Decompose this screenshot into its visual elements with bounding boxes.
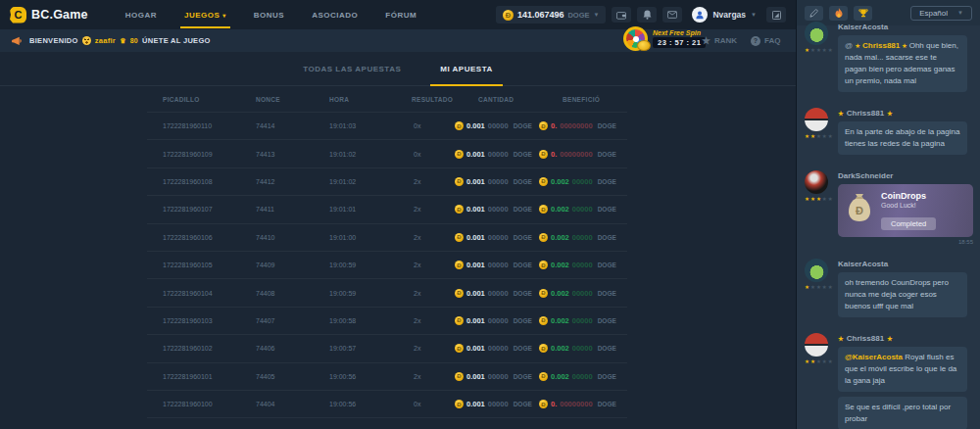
welcome-message[interactable]: BIENVENIDO zaafir ♛ 80 ÚNETE AL JUEGO (29, 36, 211, 45)
bcgame-logo-icon: C (10, 7, 26, 24)
table-row[interactable]: 17222819601067441019:01:002xĐ0.00100000D… (147, 223, 627, 251)
notifications-button[interactable] (637, 7, 657, 23)
bet-amount-value-dim: 00000 (488, 344, 509, 353)
table-row[interactable]: 17222819601077441119:01:012xĐ0.00100000D… (147, 195, 627, 222)
bet-time: 19:01:00 (329, 234, 408, 241)
bet-profit-value-dim: 00000 (572, 316, 593, 325)
chat-username[interactable]: ★Chriss881★ (838, 109, 974, 118)
tab-mi-apuesta[interactable]: MI APUESTA (440, 52, 492, 85)
level-star-icon: ★ (810, 285, 815, 291)
nav-item-juegos[interactable]: JUEGOS▾ (171, 0, 240, 29)
bet-hash: 1722281960101 (163, 373, 256, 380)
avatar[interactable] (805, 108, 828, 131)
chat-username[interactable]: KaiserAcosta (838, 23, 974, 31)
balance-amount: 141.067496 (517, 10, 564, 20)
user-level-stars: ★★★★★ (805, 48, 834, 54)
chat-username-text: Chriss881 (847, 109, 884, 118)
currency-label: DOGE (514, 290, 532, 297)
tab-todas-las-apuestas[interactable]: TODAS LAS APUESTAS (303, 52, 401, 85)
bet-time: 19:00:57 (329, 345, 408, 352)
hot-games-button[interactable] (829, 6, 848, 21)
balance-selector[interactable]: Đ 141.067496 DOGE ▼ (496, 6, 607, 24)
chat-username-text: DarkSchneider (838, 171, 893, 180)
chat-message-body: KaiserAcostaoh tremendo CounDrops pero n… (834, 257, 974, 322)
nav-item-fórum[interactable]: FÓRUM (371, 0, 430, 29)
mention-username[interactable]: @KaiserAcosta (845, 353, 905, 361)
free-spin-widget[interactable]: Next Free Spin 23 : 57 : 21 (623, 26, 706, 51)
bet-profit-value: 0.002 (551, 372, 569, 381)
table-row[interactable]: 17222819601057440919:00:592xĐ0.00100000D… (147, 251, 627, 278)
level-star-icon: ★ (816, 48, 821, 54)
bet-amount-value-dim: 00000 (488, 400, 509, 408)
level-star-icon: ★ (805, 48, 809, 54)
nav-item-hogar[interactable]: HOGAR (112, 0, 171, 29)
top-navbar: C BC.Game HOGARJUEGOS▾BONUSASOCIADOFÓRUM… (0, 0, 796, 29)
level-star-icon: ★ (810, 48, 815, 54)
wallet-button[interactable] (612, 7, 631, 23)
coindrop-completed-button[interactable]: Completed (881, 217, 936, 230)
doge-coin-icon: Đ (503, 10, 514, 21)
currency-label: DOGE (514, 151, 532, 158)
level-star-icon: ★ (822, 48, 827, 54)
nav-item-bonus[interactable]: BONUS (240, 0, 298, 29)
welcome-username: zaafir (95, 36, 116, 45)
doge-coin-icon: Đ (539, 316, 548, 325)
bet-time: 19:01:03 (329, 122, 408, 129)
language-selector[interactable]: Español ▼ (910, 6, 972, 21)
messages-button[interactable] (662, 7, 682, 23)
nav-item-asociado[interactable]: ASOCIADO (298, 0, 371, 29)
bet-amount: Đ0.00100000DOGE (455, 344, 539, 353)
avatar[interactable] (805, 22, 828, 45)
mention-username[interactable]: Chriss881 (862, 41, 900, 50)
user-level-stars: ★★★★★ (805, 285, 834, 291)
chat-message-meta: ★★★★★ (803, 331, 834, 429)
bet-amount-value-dim: 00000 (488, 261, 509, 269)
avatar[interactable] (805, 333, 828, 357)
chat-rules-button[interactable] (805, 6, 823, 21)
user-menu[interactable]: Nvargas ▼ (692, 7, 757, 23)
bet-amount-value-dim: 00000 (488, 372, 509, 381)
bets-table-body: 17222819601107441419:01:030xĐ0.00100000D… (147, 112, 627, 417)
bet-amount-value: 0.001 (466, 372, 485, 381)
doge-coin-icon: Đ (455, 233, 464, 242)
main-menu: HOGARJUEGOS▾BONUSASOCIADOFÓRUM (112, 0, 430, 29)
table-row[interactable]: 17222819601027440619:00:572xĐ0.00100000D… (147, 334, 627, 361)
doge-coin-icon: Đ (539, 344, 548, 353)
contest-button[interactable] (854, 6, 872, 21)
column-header: BENEFICIÓ (539, 96, 627, 103)
coindrop-card[interactable]: ĐCoinDropsGood Luck!Completed (838, 184, 973, 237)
avatar[interactable] (805, 259, 828, 282)
chat-username[interactable]: KaiserAcosta (838, 260, 974, 268)
bet-profit-value-dim: 00000000 (560, 400, 592, 408)
table-row[interactable]: 17222819601087441219:01:022xĐ0.00100000D… (147, 167, 627, 195)
bet-time: 19:00:58 (329, 317, 408, 324)
faq-link[interactable]: ? FAQ (751, 36, 780, 46)
chat-toggle-button[interactable] (766, 7, 786, 23)
bet-result: 2x (408, 345, 455, 352)
chat-message: ★★★★★★Chriss881★@KaiserAcosta Royal flus… (803, 331, 974, 429)
doge-coin-icon: Đ (455, 400, 464, 408)
doge-coin-icon: Đ (539, 121, 548, 130)
level-star-icon: ★ (810, 197, 815, 203)
emoji-face-icon (82, 36, 91, 45)
table-row[interactable]: 17222819601037440719:00:582xĐ0.00100000D… (147, 307, 627, 334)
avatar[interactable] (805, 170, 828, 194)
chat-username[interactable]: DarkSchneider (838, 171, 974, 180)
bet-amount: Đ0.00100000DOGE (455, 316, 539, 325)
bet-time: 19:00:59 (329, 262, 408, 268)
bcgame-logo[interactable]: C BC.Game (10, 7, 88, 24)
chat-message-text: Se que es difícil ,pero total por probar (845, 403, 951, 423)
table-row[interactable]: 17222819601017440519:00:562xĐ0.00100000D… (147, 362, 627, 390)
table-row[interactable]: 17222819601007440419:00:560xĐ0.00100000D… (147, 390, 627, 417)
chat-username[interactable]: ★Chriss881★ (838, 334, 974, 343)
bet-amount-value-dim: 00000 (488, 205, 509, 214)
table-row[interactable]: 17222819601107441419:01:030xĐ0.00100000D… (147, 112, 627, 139)
table-row[interactable]: 17222819601047440819:00:592xĐ0.00100000D… (147, 278, 627, 306)
bet-hash: 1722281960105 (163, 262, 256, 268)
table-row[interactable]: 17222819601097441319:01:020xĐ0.00100000D… (147, 139, 627, 167)
bet-amount: Đ0.00100000DOGE (455, 261, 539, 269)
bet-nonce: 74409 (256, 262, 329, 268)
chat-username-text: KaiserAcosta (838, 23, 888, 31)
level-star-icon: ★ (816, 134, 821, 140)
rank-link[interactable]: ★ RANK (702, 36, 737, 46)
